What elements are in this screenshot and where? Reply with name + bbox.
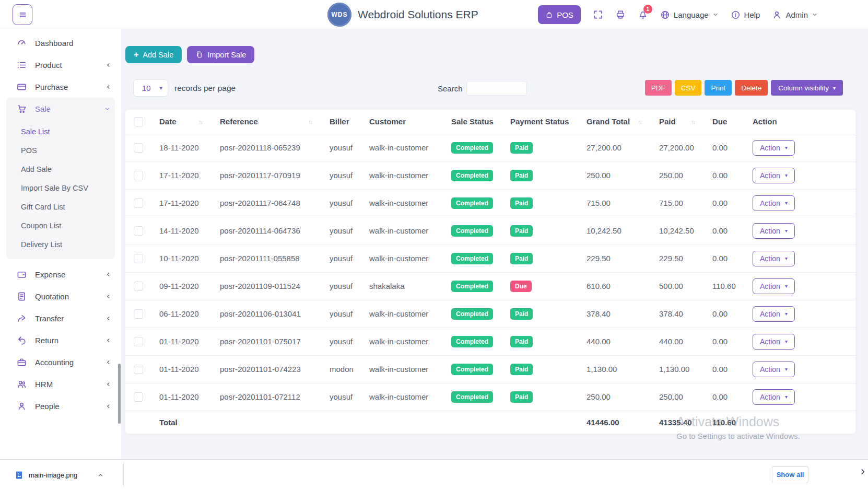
chevron-left-icon [105, 359, 112, 366]
sidebar-subitem-import-sale-by-csv[interactable]: Import Sale By CSV [6, 179, 115, 197]
column-header-label: Grand Total [587, 117, 630, 126]
row-checkbox[interactable] [134, 171, 143, 180]
row-checkbox[interactable] [134, 365, 143, 374]
download-item[interactable]: main-image.png [11, 465, 107, 484]
sort-icon[interactable]: ↑↓ [308, 119, 313, 125]
column-header-reference: Reference↑↓ [212, 110, 321, 134]
action-button[interactable]: Action▾ [753, 334, 795, 350]
row-checkbox[interactable] [134, 282, 143, 291]
cell-date: 17-11-2020 [151, 189, 212, 217]
csv-export-button[interactable]: CSV [675, 80, 702, 96]
sidebar-subitem-add-sale[interactable]: Add Sale [6, 160, 115, 179]
chevron-up-icon[interactable] [97, 472, 104, 479]
payment-status-badge: Paid [510, 142, 533, 154]
sidebar-item-accounting[interactable]: Accounting [0, 351, 121, 373]
action-button[interactable]: Action▾ [753, 389, 795, 405]
sidebar-subitem-gift-card-list[interactable]: Gift Card List [6, 197, 115, 216]
row-checkbox[interactable] [134, 254, 143, 263]
delete-export-button[interactable]: Delete [735, 80, 768, 96]
cell-reference: posr-20201117-064748 [212, 189, 321, 217]
help-menu[interactable]: Help [731, 10, 760, 20]
cell-biller: yousuf [321, 272, 361, 300]
pdf-export-button[interactable]: PDF [645, 80, 672, 96]
sidebar-subitem-pos[interactable]: POS [6, 141, 115, 160]
sidebar-subitem-coupon-list[interactable]: Coupon List [6, 216, 115, 235]
sidebar-item-purchase[interactable]: Purchase [0, 76, 121, 98]
row-checkbox[interactable] [134, 337, 143, 346]
row-checkbox-cell [125, 134, 151, 161]
column-header-label: Date [159, 117, 177, 126]
cell-biller: yousuf [321, 328, 361, 355]
table-row: 17-11-2020posr-20201117-064748yousufwalk… [125, 189, 855, 217]
sidebar-item-hrm[interactable]: HRM [0, 373, 121, 395]
sort-icon[interactable]: ↑↓ [691, 119, 696, 125]
search-input[interactable] [466, 81, 527, 96]
sort-icon[interactable]: ↑↓ [198, 119, 203, 125]
import-sale-button[interactable]: Import Sale [187, 46, 254, 63]
chevron-right-icon[interactable] [859, 468, 866, 475]
table-row: 01-11-2020posr-20201101-075017yousufwalk… [125, 328, 855, 355]
admin-menu[interactable]: Admin [772, 10, 818, 20]
cell-payment_status: Paid [502, 328, 578, 355]
cell-biller: yousuf [321, 161, 361, 189]
column-visibility-button[interactable]: Column visibility ▾ [771, 80, 843, 96]
action-button[interactable]: Action▾ [753, 251, 795, 266]
action-button[interactable]: Action▾ [753, 306, 795, 322]
row-checkbox[interactable] [134, 143, 143, 153]
action-button[interactable]: Action▾ [753, 168, 795, 183]
row-checkbox[interactable] [134, 199, 143, 208]
action-button-label: Action [760, 282, 780, 290]
column-header-payment-status: Payment Status [502, 110, 578, 134]
cell-due: 0.00 [704, 328, 744, 355]
sidebar-item-people[interactable]: People [0, 395, 121, 417]
hrm-icon [17, 379, 27, 389]
show-all-button[interactable]: Show all [772, 466, 808, 483]
action-button[interactable]: Action▾ [753, 195, 795, 211]
column-header-inner: Action [753, 117, 847, 126]
table-header: Date↑↓Reference↑↓BillerCustomerSale Stat… [125, 110, 855, 134]
cell-paid: 440.00 [651, 328, 704, 355]
language-menu[interactable]: Language [660, 10, 719, 20]
print-export-button[interactable]: Print [705, 80, 732, 96]
sidebar-subitem-delivery-list[interactable]: Delivery List [6, 235, 115, 254]
action-button[interactable]: Action▾ [753, 278, 795, 294]
menu-toggle-button[interactable] [13, 4, 32, 25]
table-row: 10-11-2020posr-20201111-055858yousufwalk… [125, 245, 855, 272]
row-checkbox[interactable] [134, 226, 143, 236]
sidebar-item-product[interactable]: Product [0, 54, 121, 76]
fullscreen-icon[interactable] [593, 9, 603, 20]
select-all-checkbox[interactable] [134, 117, 143, 126]
action-button-label: Action [760, 310, 780, 318]
sidebar-item-dashboard[interactable]: Dashboard [0, 32, 121, 54]
action-button[interactable]: Action▾ [753, 362, 795, 377]
cell-action: Action▾ [744, 355, 855, 383]
sidebar-item-transfer[interactable]: Transfer [0, 307, 121, 329]
search-label: Search [438, 84, 463, 93]
cell-due: 0.00 [704, 217, 744, 245]
cell-reference: posr-20201109-011524 [212, 272, 321, 300]
column-visibility-label: Column visibility [778, 84, 829, 92]
printer-icon[interactable] [615, 9, 626, 20]
column-header-inner: Grand Total↑↓ [587, 117, 642, 126]
cell-due: 0.00 [704, 189, 744, 217]
sidebar-item-expense[interactable]: Expense [0, 263, 121, 285]
row-checkbox[interactable] [134, 309, 143, 319]
sidebar-item-return[interactable]: Return [0, 329, 121, 351]
row-checkbox[interactable] [134, 392, 143, 402]
cell-grand_total: 250.00 [578, 161, 651, 189]
notification-bell-icon[interactable]: 1 [638, 9, 648, 20]
sale-status-badge: Completed [451, 225, 493, 237]
column-header-label: Reference [220, 117, 258, 126]
sidebar-scrollbar[interactable] [118, 364, 121, 424]
action-button[interactable]: Action▾ [753, 223, 795, 239]
column-header-action: Action [744, 110, 855, 134]
action-button[interactable]: Action▾ [753, 140, 795, 156]
sidebar-subitem-sale-list[interactable]: Sale List [6, 122, 115, 141]
cell-payment_status: Paid [502, 161, 578, 189]
pos-button[interactable]: POS [538, 5, 581, 24]
sort-icon[interactable]: ↑↓ [638, 119, 642, 125]
sidebar-item-quotation[interactable]: Quotation [0, 285, 121, 307]
page-size-select[interactable]: 10 ▾ [133, 79, 168, 97]
add-sale-button[interactable]: + Add Sale [125, 46, 182, 63]
sidebar-item-sale[interactable]: Sale [6, 98, 115, 120]
